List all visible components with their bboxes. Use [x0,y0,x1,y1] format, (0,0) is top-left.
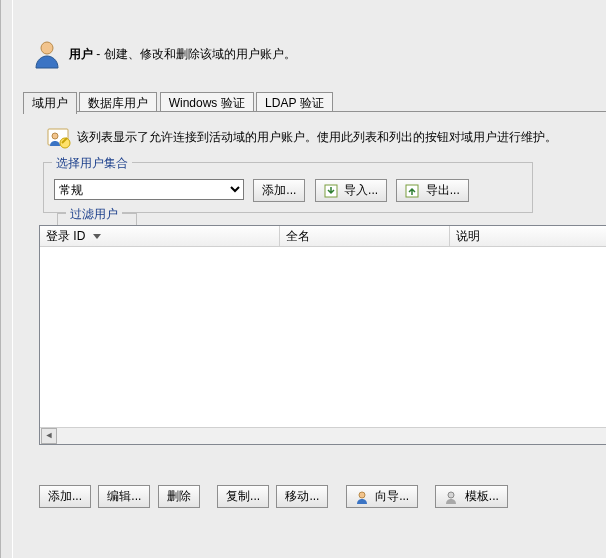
edit-button[interactable]: 编辑... [98,485,150,508]
bottom-button-bar: 添加... 编辑... 删除 复制... 移动... 向导... 模板... [39,485,512,508]
button-label: 添加... [262,183,296,197]
button-label: 添加... [48,489,82,503]
svg-point-0 [41,42,53,54]
copy-button[interactable]: 复制... [217,485,269,508]
user-icon [31,38,63,70]
button-label: 模板... [465,489,499,503]
import-icon [324,184,338,198]
groupbox-legend: 选择用户集合 [52,155,132,172]
wizard-user-icon [355,490,369,504]
scroll-left-arrow-icon[interactable]: ◄ [41,428,57,444]
left-edge-strip [1,0,13,558]
tab-label: 域用户 [32,96,68,110]
svg-point-2 [52,133,58,139]
export-icon [405,184,419,198]
add-button[interactable]: 添加... [39,485,91,508]
users-table: 登录 ID 全名 说明 ◄ [39,225,606,445]
column-header-description[interactable]: 说明 [450,226,606,246]
tab-label: 数据库用户 [88,96,148,110]
svg-point-6 [359,492,365,498]
column-label: 登录 ID [46,229,85,243]
template-button[interactable]: 模板... [435,485,507,508]
info-row: 该列表显示了允许连接到活动域的用户账户。使用此列表和列出的按钮对域用户进行维护。 [45,124,584,150]
import-button[interactable]: 导入... [315,179,387,202]
users-admin-panel: 用户 - 创建、修改和删除该域的用户账户。 域用户 数据库用户 Windows … [0,0,606,558]
page-header: 用户 - 创建、修改和删除该域的用户账户。 [31,38,606,70]
svg-point-7 [448,492,454,498]
user-collection-combo[interactable]: 常规 [54,179,244,200]
tab-bar: 域用户 数据库用户 Windows 验证 LDAP 验证 [23,92,606,112]
button-label: 向导... [375,489,409,503]
delete-button[interactable]: 删除 [158,485,200,508]
add-collection-button[interactable]: 添加... [253,179,305,202]
column-label: 说明 [456,229,480,243]
template-icon [444,490,458,504]
button-label: 移动... [285,489,319,503]
export-button[interactable]: 导出... [396,179,468,202]
horizontal-scrollbar[interactable]: ◄ [40,427,606,444]
button-label: 导出... [426,183,460,197]
sort-indicator-icon [93,234,101,239]
groupbox-legend: 过滤用户 [66,206,122,223]
tab-label: Windows 验证 [169,96,245,110]
page-title-desc: - 创建、修改和删除该域的用户账户。 [93,47,296,61]
tab-domain-users[interactable]: 域用户 [23,92,77,114]
page-title: 用户 - 创建、修改和删除该域的用户账户。 [31,38,606,70]
tab-label: LDAP 验证 [265,96,323,110]
button-label: 编辑... [107,489,141,503]
column-label: 全名 [286,229,310,243]
button-label: 复制... [226,489,260,503]
wizard-button[interactable]: 向导... [346,485,418,508]
column-header-fullname[interactable]: 全名 [280,226,450,246]
user-sheet-icon [45,124,71,150]
column-header-login-id[interactable]: 登录 ID [40,226,280,246]
table-header: 登录 ID 全名 说明 [40,226,606,247]
page-title-bold: 用户 [69,47,93,61]
button-label: 删除 [167,489,191,503]
info-text: 该列表显示了允许连接到活动域的用户账户。使用此列表和列出的按钮对域用户进行维护。 [45,124,584,150]
move-button[interactable]: 移动... [276,485,328,508]
button-label: 导入... [344,183,378,197]
